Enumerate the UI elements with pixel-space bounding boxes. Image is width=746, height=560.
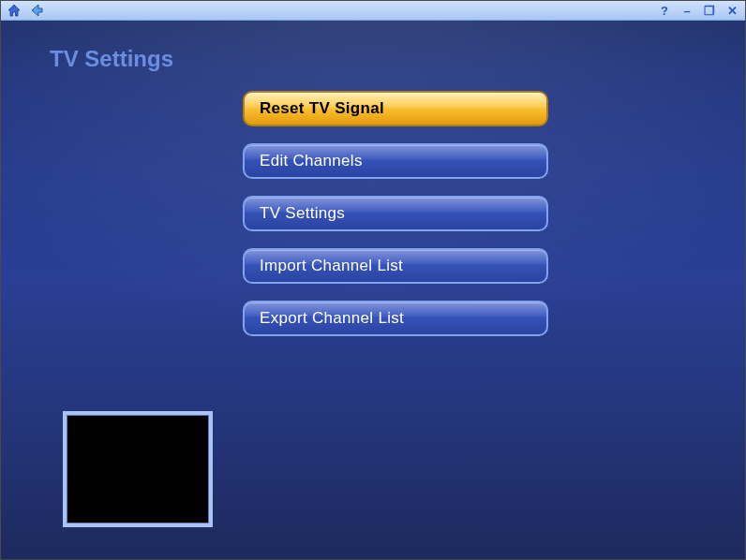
- close-icon[interactable]: ✕: [724, 3, 739, 18]
- help-icon[interactable]: ?: [657, 3, 672, 18]
- home-icon[interactable]: [7, 3, 22, 18]
- titlebar: ? – ❐ ✕: [1, 1, 745, 21]
- menu-item-export-channel-list[interactable]: Export Channel List: [243, 301, 548, 336]
- menu-item-edit-channels[interactable]: Edit Channels: [243, 143, 548, 179]
- menu-item-label: Export Channel List: [260, 309, 404, 328]
- minimize-icon[interactable]: –: [679, 3, 694, 18]
- menu-item-label: Edit Channels: [260, 152, 363, 170]
- app-window: ? – ❐ ✕ TV Settings Reset TV Signal Edit…: [0, 0, 746, 560]
- menu-item-tv-settings[interactable]: TV Settings: [243, 196, 548, 231]
- page-title: TV Settings: [50, 46, 173, 72]
- titlebar-left-group: [7, 3, 44, 18]
- menu-item-import-channel-list[interactable]: Import Channel List: [243, 248, 548, 284]
- video-preview: [63, 411, 213, 527]
- titlebar-right-group: ? – ❐ ✕: [657, 3, 739, 18]
- menu-item-label: Import Channel List: [260, 257, 403, 275]
- settings-menu: Reset TV Signal Edit Channels TV Setting…: [243, 91, 548, 336]
- menu-item-label: TV Settings: [260, 204, 345, 223]
- back-icon[interactable]: [29, 3, 44, 18]
- restore-icon[interactable]: ❐: [702, 3, 717, 18]
- menu-item-label: Reset TV Signal: [260, 99, 384, 118]
- menu-item-reset-tv-signal[interactable]: Reset TV Signal: [243, 91, 548, 126]
